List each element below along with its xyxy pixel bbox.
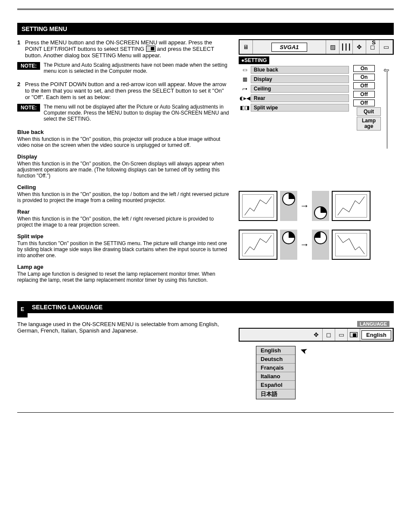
item-splitwipe-title: Split wipe xyxy=(17,233,230,240)
item-lampage: Lamp age The Lamp age function is design… xyxy=(17,264,230,283)
menu-icon-2[interactable]: ┃┃┃ xyxy=(339,40,353,54)
ceiling-pie-left xyxy=(280,191,297,221)
item-rear-desc: When this function is in the "On" positi… xyxy=(17,216,230,228)
menu-bar-label: S xyxy=(372,39,376,46)
bottom-rule xyxy=(17,412,394,413)
language-body: The language used in the ON-SCREEN MENU … xyxy=(17,321,230,334)
val-blueback[interactable]: On xyxy=(353,65,375,72)
rear-after xyxy=(332,230,371,260)
lang-current: English xyxy=(360,329,393,341)
ceiling-icon: ⌐▪ xyxy=(239,86,251,92)
language-label-top: LANGUAGE xyxy=(357,321,389,327)
setting-icon xyxy=(146,46,156,52)
item-display-title: Display xyxy=(17,153,230,160)
language-title: SELECTING LANGUAGE xyxy=(28,301,394,313)
lang-icon-4[interactable] xyxy=(348,329,360,341)
language-list[interactable]: English Deutsch Français Italiano Españo… xyxy=(256,346,296,399)
top-rule xyxy=(17,9,394,10)
item-lampage-desc: The Lamp age function is designed to res… xyxy=(17,271,230,283)
lang-english[interactable]: English xyxy=(256,346,295,355)
rear-icon: ◐▸◀ xyxy=(239,95,251,101)
step-2-num: 2 xyxy=(17,81,25,87)
step-1: 1 Press the MENU button and the ON-SCREE… xyxy=(17,39,230,59)
item-rear-title: Rear xyxy=(17,208,230,215)
val-splitwipe[interactable]: Off xyxy=(353,100,375,106)
splitwipe-icon: ◧◨ xyxy=(239,105,251,111)
settings-panel-header: ●SETTING xyxy=(239,56,269,64)
row-ceiling-label: Ceiling xyxy=(251,85,349,93)
step-2: 2 Press the POINT DOWN button and a red-… xyxy=(17,81,230,100)
lang-icon-1[interactable]: ✥ xyxy=(310,329,323,341)
row-display-label: Display xyxy=(251,75,349,83)
menu-mode: SVGA1 xyxy=(253,40,326,54)
step-2-text: Press the POINT DOWN button and a red-ar… xyxy=(25,81,230,100)
item-ceiling-title: Ceiling xyxy=(17,184,230,190)
lang-italiano[interactable]: Italiano xyxy=(256,372,295,381)
menu-icon-1[interactable]: ▨ xyxy=(326,40,339,54)
ceiling-pie-right xyxy=(312,191,329,221)
row-splitwipe-label: Split wipe xyxy=(251,104,349,112)
ceiling-before xyxy=(239,191,277,221)
item-splitwipe: Split wipe Turn this function "On" posit… xyxy=(17,233,230,258)
menu-icon-5[interactable]: ▭ xyxy=(380,40,393,54)
arrow-right-icon: → xyxy=(300,239,309,250)
val-display[interactable]: On xyxy=(353,74,375,81)
item-ceiling: Ceiling When this function is in the "On… xyxy=(17,184,230,203)
rear-pie-left xyxy=(280,230,297,260)
quit-button[interactable]: Quit xyxy=(357,107,381,116)
rear-pie-right xyxy=(312,230,329,260)
item-display-desc: When this function is in the "On" positi… xyxy=(17,161,230,179)
lang-japanese[interactable]: 日本語 xyxy=(256,389,295,399)
menu-icon-3[interactable]: ✥ xyxy=(353,40,366,54)
e-tab: E xyxy=(17,301,28,317)
item-blueback-desc: When this function is in the "On" positi… xyxy=(17,136,230,148)
lang-francais[interactable]: Français xyxy=(256,364,295,372)
row-rear[interactable]: ◐▸◀ Rear xyxy=(239,93,349,103)
note-2-label: NOTE: xyxy=(17,104,40,112)
item-lampage-title: Lamp age xyxy=(17,264,230,270)
item-blueback-title: Blue back xyxy=(17,129,230,135)
item-display: Display When this function is in the "On… xyxy=(17,153,230,179)
item-rear: Rear When this function is in the "On" p… xyxy=(17,208,230,228)
lang-espanol[interactable]: Español xyxy=(256,381,295,389)
note-2-text: The menu will not be displayed after the… xyxy=(44,104,230,122)
lang-deutsch[interactable]: Deutsch xyxy=(256,355,295,364)
step-1-num: 1 xyxy=(17,39,25,46)
row-display[interactable]: ▦ Display xyxy=(239,75,349,84)
row-splitwipe[interactable]: ◧◨ Split wipe xyxy=(239,103,349,112)
language-menu-bar[interactable]: ✥ ◻ ▭ English xyxy=(239,328,394,342)
rear-before xyxy=(239,230,277,260)
rear-diagram: → xyxy=(239,230,394,260)
display-icon: ▦ xyxy=(239,76,251,82)
ceiling-diagram: → xyxy=(239,191,394,221)
note-1-text: The Picture and Auto Scaling adjustments… xyxy=(44,62,230,74)
item-splitwipe-desc: Turn this function "On" position in the … xyxy=(17,240,230,258)
pointer-arrow-icon: ➤ xyxy=(298,345,308,357)
note-2: NOTE: The menu will not be displayed aft… xyxy=(17,104,230,122)
note-1: NOTE: The Picture and Auto Scaling adjus… xyxy=(17,62,230,74)
lampage-button[interactable]: Lampage xyxy=(357,117,381,131)
row-blueback-label: Blue back xyxy=(251,66,349,74)
blueback-icon: ▭ xyxy=(239,67,251,73)
setting-menu-title: SETTING MENU xyxy=(17,23,394,35)
lang-icon-2[interactable]: ◻ xyxy=(323,329,335,341)
pointer-line xyxy=(387,71,387,149)
step-1-text: Press the MENU button and the ON-SCREEN … xyxy=(25,39,230,59)
lang-icon-3[interactable]: ▭ xyxy=(335,329,348,341)
menu-computer-icon[interactable]: 🖥 xyxy=(240,40,253,54)
row-rear-label: Rear xyxy=(251,94,349,102)
settings-panel: ●SETTING ▭ Blue back ▦ Display ⌐▪ xyxy=(239,56,394,131)
note-1-label: NOTE: xyxy=(17,62,40,70)
val-ceiling[interactable]: Off xyxy=(353,82,375,89)
row-ceiling[interactable]: ⌐▪ Ceiling xyxy=(239,84,349,93)
item-blueback: Blue back When this function is in the "… xyxy=(17,129,230,148)
arrow-right-icon: → xyxy=(300,200,309,212)
row-blueback[interactable]: ▭ Blue back xyxy=(239,65,349,75)
item-ceiling-desc: When this function is in the "On" positi… xyxy=(17,191,230,203)
val-rear[interactable]: Off xyxy=(353,91,375,98)
pointer-arrow-icon: ⇦ xyxy=(383,66,389,74)
menu-bar[interactable]: 🖥 SVGA1 ▨ ┃┃┃ ✥ ◻ ▭ xyxy=(239,39,394,55)
ceiling-after xyxy=(332,191,371,221)
